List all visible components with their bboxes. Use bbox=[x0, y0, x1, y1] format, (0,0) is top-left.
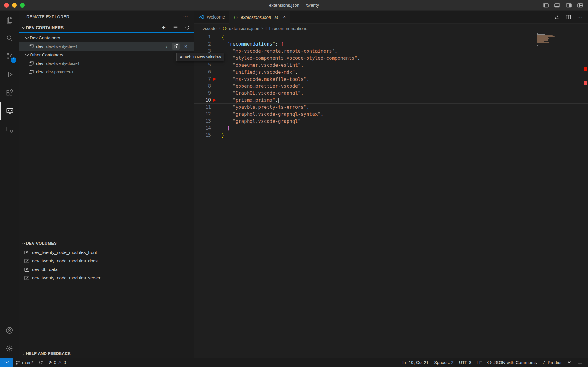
code-line[interactable]: 8 "esbenp.prettier-vscode", bbox=[194, 83, 588, 90]
toggle-secondary-sidebar-icon[interactable] bbox=[566, 2, 572, 8]
remote-indicator[interactable]: >< bbox=[0, 358, 13, 367]
text-cursor bbox=[278, 98, 279, 103]
container-name: dev bbox=[36, 69, 43, 74]
code-line[interactable]: 7 "ms-vscode.makefile-tools", bbox=[194, 76, 588, 83]
attach-new-window-icon[interactable] bbox=[172, 43, 180, 50]
code-editor[interactable]: 1{2 "recommendations": [3 "ms-vscode-rem… bbox=[194, 33, 588, 139]
indentation-setting[interactable]: Spaces: 2 bbox=[431, 360, 456, 365]
indent-guide bbox=[227, 90, 227, 97]
code-line[interactable]: 15} bbox=[194, 132, 588, 139]
encoding-setting[interactable]: UTF-8 bbox=[456, 360, 474, 365]
language-mode[interactable]: {} JSON with Comments bbox=[485, 360, 539, 365]
container-item-dev-twenty-docs-1[interactable]: dev dev-twenty-docs-1 bbox=[19, 59, 194, 68]
customize-layout-icon[interactable] bbox=[577, 2, 583, 8]
container-item-dev-twenty-dev-1[interactable]: dev dev-twenty-dev-1 → × bbox=[19, 42, 194, 51]
breadcrumb-item-vscode[interactable]: .vscode bbox=[201, 26, 217, 31]
problems-item[interactable]: ⊗ 0 ⚠ 0 bbox=[46, 358, 69, 367]
indent-guide bbox=[227, 110, 227, 118]
tree-group-other-containers[interactable]: Other Containers bbox=[19, 51, 194, 59]
dev-volumes-list: dev_twenty_node_modules_front dev_twenty… bbox=[19, 248, 194, 282]
minimap[interactable] bbox=[537, 33, 556, 46]
attach-icon[interactable]: → bbox=[162, 43, 170, 50]
toggle-panel-icon[interactable] bbox=[554, 2, 560, 8]
feedback-icon bbox=[567, 360, 572, 365]
container-name: dev bbox=[36, 61, 43, 66]
code-line[interactable]: 6 "unifiedjs.vscode-mdx", bbox=[194, 68, 588, 76]
branch-name: main* bbox=[22, 360, 33, 365]
code-text: } bbox=[221, 132, 224, 138]
code-line[interactable]: 1{ bbox=[194, 33, 588, 41]
dev-volumes-section-header[interactable]: DEV VOLUMES bbox=[19, 239, 194, 248]
volume-item[interactable]: dev_twenty_node_modules_front bbox=[19, 248, 194, 257]
open-changes-icon[interactable] bbox=[554, 14, 559, 20]
code-line[interactable]: 2 "recommendations": [ bbox=[194, 41, 588, 48]
code-text: "esbenp.prettier-vscode", bbox=[221, 83, 303, 89]
code-line[interactable]: 9 "GraphQL.vscode-graphql", bbox=[194, 90, 588, 97]
breadcrumb-item-symbol[interactable]: recommendations bbox=[272, 26, 307, 31]
volume-item[interactable]: dev_db_data bbox=[19, 265, 194, 274]
line-number: 13 bbox=[194, 118, 211, 124]
gutter[interactable] bbox=[211, 99, 221, 102]
breadcrumb-item-file[interactable]: extensions.json bbox=[229, 26, 259, 31]
help-feedback-section-header[interactable]: HELP AND FEEDBACK bbox=[19, 349, 194, 358]
manage-menu[interactable] bbox=[0, 339, 19, 358]
remote-explorer-icon bbox=[6, 107, 14, 115]
minimap-line bbox=[537, 41, 544, 42]
code-line[interactable]: 11 "yoavbls.pretty-ts-errors", bbox=[194, 104, 588, 111]
minimap-line bbox=[537, 39, 548, 40]
formatter-status[interactable]: ✓ Prettier bbox=[539, 360, 564, 365]
container-item-dev-postgres-1[interactable]: dev dev-postgres-1 bbox=[19, 68, 194, 76]
code-line[interactable]: 3 "ms-vscode-remote.remote-containers", bbox=[194, 48, 588, 55]
volume-item[interactable]: dev_twenty_node_modules_docs bbox=[19, 257, 194, 265]
feedback-item[interactable] bbox=[564, 360, 575, 365]
code-line[interactable]: 13 "graphql.vscode-graphql" bbox=[194, 118, 588, 125]
code-text: "prisma.prisma", bbox=[221, 97, 279, 103]
workbench: 1 bbox=[0, 11, 588, 358]
minimap-line bbox=[537, 40, 548, 41]
minimap-line bbox=[537, 35, 553, 36]
more-actions-icon[interactable]: ⋯ bbox=[182, 13, 188, 20]
close-tab-icon[interactable]: × bbox=[283, 14, 286, 20]
code-line[interactable]: 14 ] bbox=[194, 125, 588, 132]
sidebar-item-extensions[interactable] bbox=[0, 83, 19, 102]
dev-containers-section-header[interactable]: DEV CONTAINERS + bbox=[19, 23, 194, 32]
sidebar-item-source-control[interactable]: 1 bbox=[0, 47, 19, 65]
refresh-icon[interactable] bbox=[183, 24, 191, 31]
sidebar-item-run-debug[interactable] bbox=[0, 65, 19, 83]
tab-extensions-json[interactable]: {} extensions.json M × bbox=[229, 11, 290, 23]
details-list-icon[interactable] bbox=[172, 24, 179, 31]
code-line[interactable]: 10 "prisma.prisma", bbox=[194, 97, 588, 104]
accounts-menu[interactable] bbox=[0, 321, 19, 339]
split-editor-icon[interactable] bbox=[565, 14, 571, 20]
stop-container-icon[interactable]: × bbox=[182, 43, 190, 50]
gutter[interactable] bbox=[211, 78, 221, 81]
more-actions-icon[interactable]: ⋯ bbox=[577, 14, 583, 20]
breadcrumb-separator: › bbox=[261, 26, 263, 31]
notifications-bell-icon bbox=[577, 360, 582, 365]
cursor-position[interactable]: Ln 10, Col 21 bbox=[400, 360, 431, 365]
line-number: 7 bbox=[194, 76, 211, 82]
toggle-primary-sidebar-icon[interactable] bbox=[543, 2, 549, 8]
editor-area: Welcome {} extensions.json M × ⋯ .vscode… bbox=[194, 11, 588, 358]
chevron-right-icon bbox=[21, 351, 26, 356]
sync-changes-item[interactable] bbox=[36, 358, 46, 367]
code-line[interactable]: 4 "styled-components.vscode-styled-compo… bbox=[194, 55, 588, 62]
code-text: { bbox=[221, 34, 224, 40]
sidebar-item-remote-explorer[interactable] bbox=[0, 102, 19, 120]
eol-setting[interactable]: LF bbox=[474, 360, 485, 365]
sidebar-item-search[interactable] bbox=[0, 29, 19, 47]
dev-volumes-header-label: DEV VOLUMES bbox=[26, 241, 57, 246]
sidebar-item-explorer[interactable] bbox=[0, 11, 19, 29]
new-dev-container-icon[interactable]: + bbox=[160, 24, 168, 31]
indent-guide bbox=[227, 55, 227, 62]
code-line[interactable]: 5 "dbaeumer.vscode-eslint", bbox=[194, 61, 588, 68]
volume-item[interactable]: dev_twenty_node_modules_server bbox=[19, 274, 194, 282]
sidebar-item-dev-containers[interactable] bbox=[0, 120, 19, 138]
git-branch-item[interactable]: main* bbox=[13, 358, 36, 367]
code-line[interactable]: 12 "graphql.vscode-graphql-syntax", bbox=[194, 110, 588, 118]
notifications-item[interactable] bbox=[575, 360, 585, 365]
tree-group-dev-containers[interactable]: Dev Containers bbox=[19, 33, 194, 42]
minimap-line bbox=[537, 37, 548, 38]
tab-welcome[interactable]: Welcome bbox=[194, 11, 229, 23]
container-description: dev-twenty-dev-1 bbox=[46, 44, 78, 49]
